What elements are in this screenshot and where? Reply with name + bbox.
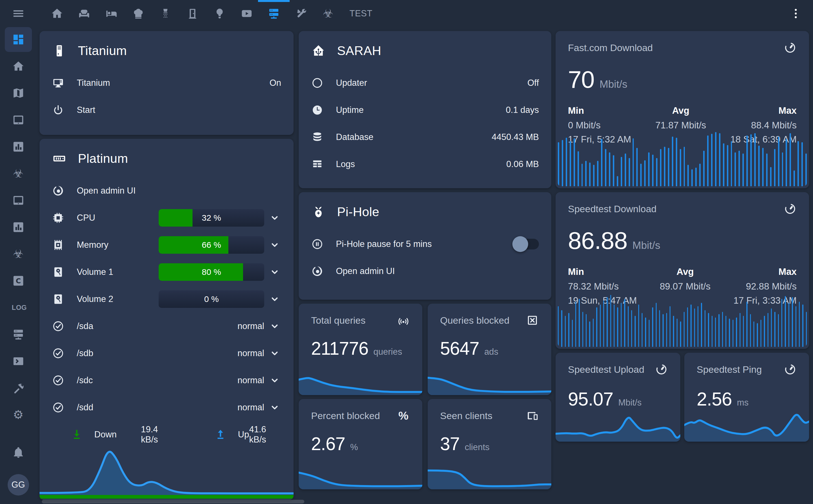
sidebar-item-biohazard-1[interactable]: ☣ (5, 161, 32, 186)
sidebar-item-developer-tools[interactable] (5, 376, 32, 400)
stat-title: Seen clients (440, 410, 492, 421)
row-disk-sda[interactable]: /sda normal (40, 313, 293, 340)
stat-value: 5647 (440, 338, 479, 359)
row-titanium-start[interactable]: Start (40, 97, 293, 124)
row-titanium-switch[interactable]: Titanium On (40, 69, 293, 97)
card-sarah: SARAH Updater Off Uptime 0.1 days Databa… (299, 31, 551, 188)
row-label: Volume 1 (77, 267, 113, 277)
user-avatar[interactable]: GG (8, 474, 29, 496)
harddisk-icon (52, 293, 64, 305)
row-disk-sdd[interactable]: /sdd normal (40, 394, 293, 421)
sidebar-item-settings[interactable]: ⚙ (5, 402, 32, 427)
tab-entry[interactable] (179, 0, 206, 27)
card-title: Titanium (78, 43, 127, 58)
row-uptime[interactable]: Uptime 0.1 days (299, 97, 551, 124)
sidebar-item-chart-1[interactable] (5, 134, 32, 159)
row-label: Logs (336, 159, 355, 169)
row-memory[interactable]: Memory 66 % (40, 231, 293, 258)
sidebar-item-c-box[interactable]: C (5, 268, 32, 293)
row-disk-sdb[interactable]: /sdb normal (40, 340, 293, 367)
chevron-down-icon[interactable] (264, 375, 285, 386)
tab-bathroom[interactable] (152, 0, 179, 27)
row-value: normal (237, 402, 264, 413)
devices-icon (526, 409, 539, 422)
pihole-pause-toggle[interactable] (514, 239, 539, 249)
cpu-chip-icon (52, 212, 64, 224)
row-pihole-pause[interactable]: Pi-Hole pause for 5 mins (299, 231, 551, 258)
gauge-icon (784, 202, 797, 215)
stat-value: 37 (440, 433, 460, 454)
chevron-down-icon[interactable] (264, 348, 285, 359)
tab-bedroom[interactable] (98, 0, 125, 27)
row-value: On (269, 78, 281, 88)
sidebar-item-dashboard[interactable] (5, 27, 32, 52)
row-label: /sdd (77, 402, 93, 413)
row-database[interactable]: Database 4450.43 MB (299, 124, 551, 151)
pi-hole-icon (311, 205, 326, 219)
tab-lights[interactable] (206, 0, 233, 27)
row-value: normal (237, 321, 264, 331)
menu-icon[interactable] (12, 7, 25, 20)
queries-blocked-sparkline (428, 367, 551, 395)
card-titanium: Titanium Titanium On Start (40, 31, 293, 135)
tab-media[interactable] (233, 0, 260, 27)
row-label: Open admin UI (77, 186, 136, 196)
row-volume-2[interactable]: Volume 2 0 % (40, 286, 293, 313)
sidebar-item-tablet-2[interactable] (5, 188, 32, 213)
min-value: 0 Mbit/s (568, 120, 631, 131)
chevron-down-icon[interactable] (264, 293, 285, 305)
gear-icon: ⚙ (12, 408, 25, 421)
sidebar-item-log[interactable]: LOG (5, 295, 32, 320)
tab-network[interactable] (260, 0, 287, 27)
tab-biohazard[interactable]: ☣ (314, 0, 341, 27)
row-value: normal (237, 348, 264, 358)
row-disk-sdc[interactable]: /sdc normal (40, 367, 293, 394)
sidebar-item-console[interactable] (5, 349, 32, 374)
stat-title: Total queries (311, 315, 365, 326)
chevron-down-icon[interactable] (264, 402, 285, 413)
top-app-bar: ☣TEST (0, 0, 813, 27)
tab-tools[interactable] (287, 0, 314, 27)
sidebar-item-chart-2[interactable] (5, 215, 32, 240)
tab-test[interactable]: TEST (341, 0, 380, 27)
tab-living-room[interactable] (71, 0, 98, 27)
chevron-down-icon[interactable] (264, 212, 285, 223)
sidebar-item-map[interactable] (5, 81, 32, 106)
tab-kitchen[interactable] (125, 0, 152, 27)
row-logs[interactable]: Logs 0.06 MB (299, 151, 551, 178)
speedtest-download-bar-chart (558, 290, 807, 347)
row-open-admin-ui[interactable]: Open admin UI (40, 177, 293, 204)
cpu-progress-bar: 32 % (159, 209, 264, 227)
sidebar-item-home[interactable] (5, 54, 32, 79)
row-value: Off (527, 78, 539, 88)
speed-unit: Mbit/s (632, 240, 660, 251)
row-label: Updater (336, 78, 367, 88)
chef-hat-icon (132, 7, 145, 20)
row-pihole-admin[interactable]: Open admin UI (299, 258, 551, 285)
sidebar-item-biohazard-2[interactable]: ☣ (5, 242, 32, 266)
door-icon (186, 7, 199, 20)
tab-home[interactable] (43, 0, 71, 27)
tablet-icon (12, 194, 25, 207)
horizontal-scrollbar[interactable] (42, 500, 304, 503)
row-cpu[interactable]: CPU 32 % (40, 204, 293, 231)
sidebar-item-notifications[interactable] (5, 440, 32, 465)
chart-box-icon (12, 221, 25, 234)
sidebar-item-tablet-1[interactable] (5, 108, 32, 132)
down-value: 19.4 kB/s (141, 424, 161, 445)
server-network-icon (12, 328, 25, 341)
home-icon (51, 7, 63, 20)
card-speedtest-download: Speedtest Download 86.88 Mbit/s Min 78.3… (556, 192, 809, 349)
home-icon (12, 60, 25, 73)
sidebar-item-network[interactable] (5, 322, 32, 347)
card-speedtest-ping: Speedtest Ping 2.56 ms (684, 353, 809, 442)
chevron-down-icon[interactable] (264, 266, 285, 278)
chevron-down-icon[interactable] (264, 321, 285, 332)
log-icon: LOG (12, 301, 25, 314)
row-updater[interactable]: Updater Off (299, 69, 551, 97)
row-volume-1[interactable]: Volume 1 80 % (40, 258, 293, 286)
overflow-menu-icon[interactable] (789, 7, 802, 20)
server-tower-icon (52, 43, 67, 58)
biohazard-icon: ☣ (12, 167, 25, 180)
chevron-down-icon[interactable] (264, 239, 285, 251)
